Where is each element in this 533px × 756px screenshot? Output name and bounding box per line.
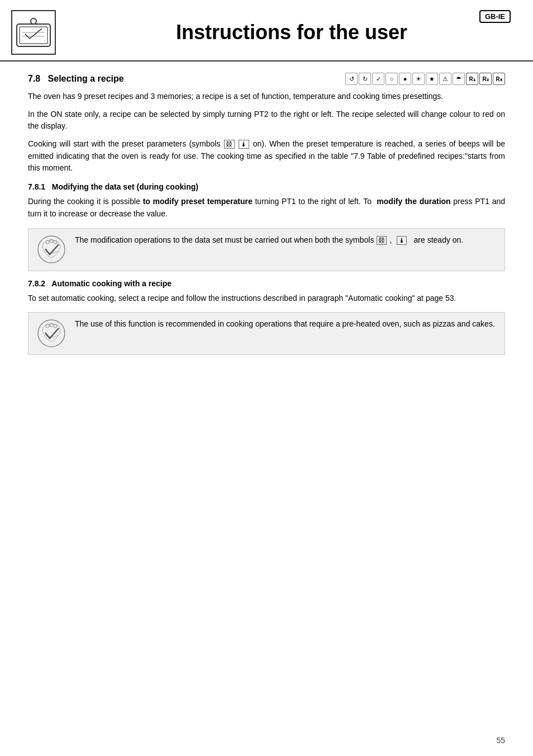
icon-star: ★ — [426, 73, 438, 85]
note-box-2: The use of this function is recommended … — [28, 312, 505, 355]
symbol-temp-2: 🌡 — [397, 236, 407, 245]
page: Instructions for the user GB-IE 7.8 Sele… — [0, 0, 533, 756]
section-7-8-2-para: To set automatic cooking, select a recip… — [28, 292, 505, 305]
note-text-2: The use of this function is recommended … — [75, 318, 497, 330]
logo-box — [11, 10, 56, 55]
page-number: 55 — [496, 736, 505, 745]
bold-modify-duration: modify the duration — [377, 197, 450, 206]
icon-check: ✓ — [372, 73, 384, 85]
bold-modify-temp: to modify preset temperature — [143, 197, 253, 206]
note-icon-2 — [36, 318, 67, 349]
note-icon-1 — [36, 234, 67, 265]
symbol-temp: 🌡 — [239, 140, 249, 149]
icon-circle: ○ — [386, 73, 398, 85]
section-7-8-para-3: Cooking will start with the preset param… — [28, 138, 505, 174]
symbol-flame: 燚 — [224, 140, 235, 149]
page-title: Instructions for the user — [73, 21, 511, 44]
icon-sun: ☀ — [412, 73, 425, 85]
svg-point-2 — [31, 18, 36, 24]
section-7-8-para-1: The oven has 9 preset recipes and 3 memo… — [28, 91, 505, 103]
section-7-8-2-title: 7.8.2 Automatic cooking with a recipe — [28, 279, 505, 288]
locale-badge: GB-IE — [479, 10, 511, 23]
logo-icon — [14, 13, 53, 52]
icon-recycle: ↺ — [345, 73, 358, 85]
icon-warning: ⚠ — [439, 73, 451, 85]
svg-point-6 — [42, 240, 60, 253]
svg-point-7 — [46, 240, 49, 244]
icon-r2: R₂ — [479, 73, 492, 85]
section-7-8-para-2: In the ON state only, a recipe can be se… — [28, 108, 505, 133]
icon-dot: ● — [399, 73, 411, 85]
note-text-1: The modification operations to the data … — [75, 234, 497, 247]
icon-r3: R₃ — [493, 73, 505, 85]
icon-arrow-cw: ↻ — [359, 73, 371, 85]
section-7-8-1-para: During the cooking it is possible to mod… — [28, 196, 505, 220]
note-box-1: The modification operations to the data … — [28, 228, 505, 271]
icon-r1: R₁ — [466, 73, 478, 85]
svg-point-12 — [46, 324, 49, 328]
svg-point-11 — [42, 324, 60, 337]
svg-point-14 — [54, 324, 57, 328]
recipe-icons-row: ↺ ↻ ✓ ○ ● ☀ ★ ⚠ ☂ R₁ R₂ R₃ — [345, 73, 505, 85]
icon-umbrella: ☂ — [453, 73, 465, 85]
svg-point-9 — [54, 240, 57, 244]
main-content: 7.8 Selecting a recipe ↺ ↻ ✓ ○ ● ☀ ★ ⚠ ☂… — [0, 62, 533, 380]
header: Instructions for the user GB-IE — [0, 0, 533, 62]
section-7-8-1-title: 7.8.1 Modifying the data set (during coo… — [28, 182, 505, 191]
section-7-8-heading: 7.8 Selecting a recipe ↺ ↻ ✓ ○ ● ☀ ★ ⚠ ☂… — [28, 73, 505, 85]
section-7-8-title: 7.8 Selecting a recipe — [28, 74, 124, 84]
symbol-flame-2: 燚 — [377, 236, 387, 245]
